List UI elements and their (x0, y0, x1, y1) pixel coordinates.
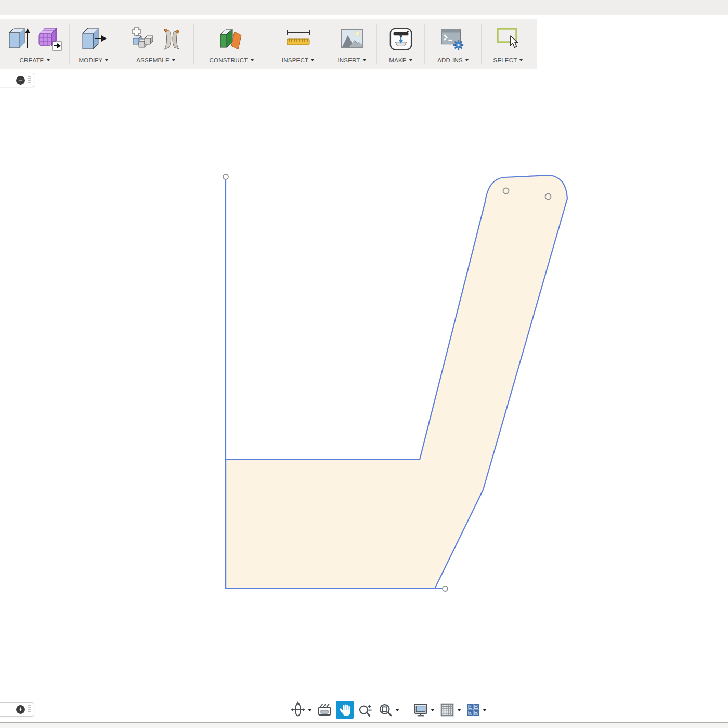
viewports-icon (466, 703, 480, 717)
panel-grip-icon[interactable] (28, 705, 31, 713)
toolbar-group-inspect: INSPECT (269, 19, 327, 69)
display-settings-icon (413, 702, 428, 718)
sketch-endpoint[interactable] (443, 586, 448, 591)
pan-hand-icon (337, 702, 353, 718)
navigation-bar (289, 700, 488, 720)
form-icon[interactable] (36, 26, 62, 52)
joint-icon[interactable] (160, 26, 182, 52)
zoom-button[interactable] (356, 701, 374, 719)
look-at-icon (317, 702, 332, 718)
fit-icon (378, 702, 393, 718)
zoom-icon (357, 702, 373, 718)
insert-menu-button[interactable]: INSERT (337, 57, 366, 63)
dropdown-caret (483, 709, 487, 711)
fit-button[interactable] (376, 701, 400, 719)
layout-grid-icon (439, 702, 455, 718)
viewports-button[interactable] (465, 701, 488, 718)
sketch-endpoint[interactable] (223, 174, 228, 179)
addins-menu-button[interactable]: ADD-INS (437, 57, 469, 63)
modify-menu-label: MODIFY (79, 57, 103, 63)
3d-print-icon[interactable] (389, 27, 413, 51)
dropdown-caret (465, 59, 469, 61)
fusion360-window: CREATE MODIFY (0, 0, 728, 728)
insert-image-icon[interactable] (341, 28, 363, 50)
timeline-expand-control: + (0, 702, 34, 717)
inspect-menu-button[interactable]: INSPECT (282, 57, 314, 63)
dropdown-caret (311, 59, 314, 61)
orbit-icon (290, 701, 306, 718)
extrude-icon[interactable] (7, 26, 30, 52)
sketch-canvas[interactable] (0, 0, 728, 728)
pan-button[interactable] (336, 701, 354, 719)
dropdown-caret (251, 59, 254, 61)
timeline-expand-button[interactable]: + (16, 705, 25, 714)
dropdown-caret (308, 709, 312, 711)
assemble-menu-label: ASSEMBLE (136, 57, 170, 63)
timeline-strip (0, 723, 728, 728)
toolbar-group-select: SELECT (482, 19, 535, 69)
construct-menu-label: CONSTRUCT (210, 57, 248, 63)
browser-collapse-control: − (0, 73, 34, 87)
new-component-icon[interactable] (130, 26, 154, 52)
display-settings-button[interactable] (412, 701, 436, 719)
toolbar-group-assemble: ASSEMBLE (118, 19, 193, 69)
ribbon-toolbar: CREATE MODIFY (0, 19, 537, 69)
dropdown-caret (395, 709, 399, 711)
browser-collapse-button[interactable]: − (16, 76, 25, 85)
scripts-addins-icon[interactable] (440, 27, 465, 51)
layout-grid-button[interactable] (438, 701, 462, 719)
toolbar-group-create: CREATE (0, 19, 69, 69)
select-menu-button[interactable]: SELECT (493, 57, 523, 63)
dropdown-caret (105, 59, 108, 61)
toolbar-group-modify: MODIFY (70, 19, 118, 69)
sketch-profile-region[interactable] (226, 175, 567, 589)
toolbar-group-construct: CONSTRUCT (194, 19, 269, 69)
select-menu-label: SELECT (493, 57, 517, 63)
create-menu-button[interactable]: CREATE (20, 57, 50, 63)
construct-menu-button[interactable]: CONSTRUCT (210, 57, 254, 63)
press-pull-icon[interactable] (81, 26, 107, 52)
toolbar-group-addins: ADD-INS (425, 19, 481, 69)
assemble-menu-button[interactable]: ASSEMBLE (136, 57, 175, 63)
look-at-button[interactable] (316, 701, 333, 719)
gear (453, 40, 463, 50)
measure-icon[interactable] (285, 28, 311, 50)
dropdown-caret (519, 59, 523, 61)
create-menu-label: CREATE (20, 57, 44, 63)
dropdown-caret (457, 709, 461, 711)
inspect-menu-label: INSPECT (282, 57, 308, 63)
dropdown-caret (431, 709, 435, 711)
insert-menu-label: INSERT (337, 57, 360, 63)
dropdown-caret (409, 59, 412, 61)
make-menu-label: MAKE (389, 57, 406, 63)
modify-menu-button[interactable]: MODIFY (79, 57, 109, 63)
select-icon[interactable] (495, 27, 521, 51)
construction-plane-icon[interactable] (218, 27, 244, 51)
make-menu-button[interactable]: MAKE (389, 57, 412, 63)
panel-grip-icon[interactable] (28, 76, 31, 84)
orbit-button[interactable] (289, 700, 313, 719)
dropdown-caret (363, 59, 366, 61)
toolbar-group-insert: INSERT (327, 19, 376, 69)
toolbar-group-make: MAKE (377, 19, 424, 69)
addins-menu-label: ADD-INS (437, 57, 463, 63)
app-header-strip (0, 0, 728, 15)
dropdown-caret (47, 59, 50, 61)
dropdown-caret (172, 59, 175, 61)
